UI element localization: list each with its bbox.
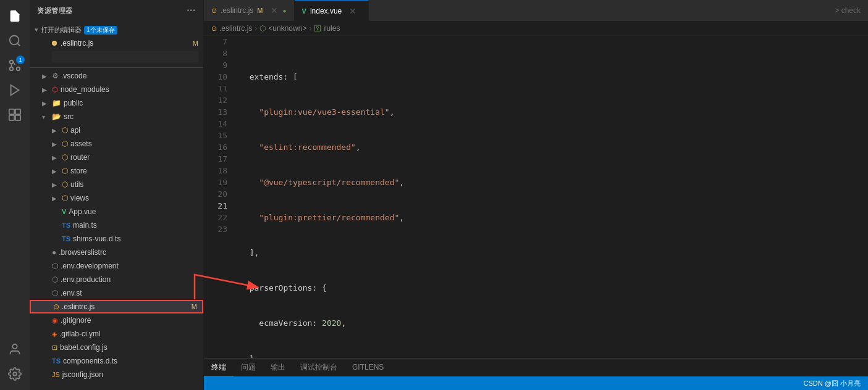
svg-point-4 xyxy=(10,67,14,71)
panel-tab-gitlens[interactable]: GITLENS xyxy=(345,359,391,376)
ln-10: 10 xyxy=(204,71,227,83)
tree-shims-vue[interactable]: TS shims-vue.d.ts xyxy=(30,232,203,246)
ln-23: 23 xyxy=(204,223,227,235)
breadcrumb-sep2: › xyxy=(309,24,311,33)
tree-public[interactable]: ▶ 📁 public xyxy=(30,96,203,110)
code-line-7: extends: [ xyxy=(235,71,868,83)
tree-jsconfig[interactable]: JS jsconfig.json xyxy=(30,368,203,381)
ln-9: 9 xyxy=(204,59,227,71)
svg-point-12 xyxy=(12,344,17,349)
tree-gitlab-ci[interactable]: ◈ .gitlab-ci.yml xyxy=(30,327,203,341)
settings-icon[interactable] xyxy=(4,363,26,385)
svg-rect-11 xyxy=(15,115,20,120)
tree-api[interactable]: ▶ ⬡ api xyxy=(30,123,203,137)
tab-eslintrc-badge: M xyxy=(257,7,263,14)
tree-browserslistrc[interactable]: ● .browserslistrc xyxy=(30,246,203,259)
tab-index-vue[interactable]: V index.vue ✕ xyxy=(295,0,369,21)
ln-7: 7 xyxy=(204,36,227,48)
eslintrc-badge: M xyxy=(192,303,197,310)
unsaved-badge: 1个未保存 xyxy=(84,26,117,35)
extensions-icon[interactable] xyxy=(4,104,26,126)
svg-rect-8 xyxy=(9,109,14,114)
panel-tab-terminal[interactable]: 终端 xyxy=(204,359,234,376)
code-content: extends: [ "plugin:vue/vue3-essential", … xyxy=(235,36,868,358)
tree-assets[interactable]: ▶ ⬡ assets xyxy=(30,137,203,151)
code-line-8: "plugin:vue/vue3-essential", xyxy=(235,106,868,118)
open-editors-section: ▾ 打开的编辑器 1个未保存 .eslintrc.js M xyxy=(30,21,203,66)
svg-rect-10 xyxy=(9,115,14,120)
tree-eslintrc[interactable]: ⊙ .eslintrc.js M xyxy=(30,300,203,313)
files-icon[interactable] xyxy=(4,5,26,27)
code-line-11: "plugin:prettier/recommended", xyxy=(235,212,868,223)
breadcrumb-sep1: › xyxy=(255,24,257,33)
code-line-10: "@vue/typescript/recommended", xyxy=(235,176,868,188)
tree-gitignore[interactable]: ◉ .gitignore xyxy=(30,313,203,327)
tree-node-modules[interactable]: ▶ ⬡ node_modules xyxy=(30,83,203,96)
activity-bar: 1 xyxy=(0,0,30,390)
ln-19: 19 xyxy=(204,176,227,188)
tree-env-st[interactable]: ⬡ .env.st xyxy=(30,286,203,300)
code-line-12: ], xyxy=(235,247,868,259)
sidebar-header: 资源管理器 ··· xyxy=(30,0,203,21)
breadcrumb-file: .eslintrc.js xyxy=(219,24,252,33)
breadcrumb-unknown: <unknown> xyxy=(268,24,306,33)
modified-badge: M xyxy=(193,39,198,47)
tree-components-d[interactable]: TS components.d.ts xyxy=(30,354,203,368)
tree-babel[interactable]: ⊡ babel.config.js xyxy=(30,341,203,354)
modified-dot xyxy=(52,41,57,46)
panel-tab-debug[interactable]: 调试控制台 xyxy=(293,359,345,376)
panel: 终端 问题 输出 调试控制台 GITLENS xyxy=(204,358,868,376)
editor-area: ⊙ .eslintrc.js M ✕ ● V index.vue ✕ > che… xyxy=(204,0,868,390)
tree-src[interactable]: ▾ 📂 src xyxy=(30,110,203,123)
sidebar-more-icon[interactable]: ··· xyxy=(187,5,196,16)
code-line-13: parserOptions: { xyxy=(235,282,868,294)
open-editors-label: 打开的编辑器 xyxy=(41,25,82,35)
panel-tab-problems[interactable]: 问题 xyxy=(234,359,263,376)
tab-spacer xyxy=(369,0,828,21)
tab-bar: ⊙ .eslintrc.js M ✕ ● V index.vue ✕ > che… xyxy=(204,0,868,22)
open-editor-eslintrc[interactable]: .eslintrc.js M xyxy=(30,36,203,50)
tree-store[interactable]: ▶ ⬡ store xyxy=(30,164,203,178)
svg-line-6 xyxy=(13,62,15,65)
thumbnail-placeholder xyxy=(52,51,198,62)
status-text: CSDN @囧 小月亮 xyxy=(804,379,861,388)
svg-rect-9 xyxy=(15,109,20,114)
panel-tab-output[interactable]: 输出 xyxy=(263,359,293,376)
svg-line-1 xyxy=(17,43,20,46)
tree-utils[interactable]: ▶ ⬡ utils xyxy=(30,178,203,191)
sidebar: 资源管理器 ··· ▾ 打开的编辑器 1个未保存 .eslintrc.js M … xyxy=(30,0,204,390)
tree-env-dev[interactable]: ⬡ .env.development xyxy=(30,259,203,273)
ln-21: 21 xyxy=(204,200,227,212)
tree-router[interactable]: ▶ ⬡ router xyxy=(30,151,203,164)
tab-eslintrc[interactable]: ⊙ .eslintrc.js M ✕ ● xyxy=(204,0,295,21)
tree-app-vue[interactable]: V App.vue xyxy=(30,205,203,218)
account-icon[interactable] xyxy=(4,338,26,360)
ln-14: 14 xyxy=(204,118,227,130)
tree-views[interactable]: ▶ ⬡ views xyxy=(30,191,203,205)
search-icon[interactable] xyxy=(4,30,26,52)
ln-22: 22 xyxy=(204,212,227,223)
git-icon[interactable]: 1 xyxy=(4,54,26,77)
ln-11: 11 xyxy=(204,83,227,94)
debug-icon[interactable] xyxy=(4,79,26,101)
ln-17: 17 xyxy=(204,153,227,165)
ln-16: 16 xyxy=(204,141,227,153)
code-editor: 7 8 9 10 11 12 13 14 15 16 17 18 19 20 2… xyxy=(204,36,868,358)
svg-point-0 xyxy=(10,36,19,45)
file-tree: ▶ ⚙ .vscode ▶ ⬡ node_modules ▶ 📁 public … xyxy=(30,69,203,390)
ln-8: 8 xyxy=(204,48,227,59)
sidebar-title: 资源管理器 xyxy=(37,6,73,15)
tree-vscode[interactable]: ▶ ⚙ .vscode xyxy=(30,69,203,83)
code-line-15: }, xyxy=(235,352,868,358)
ln-15: 15 xyxy=(204,130,227,141)
tree-env-prod[interactable]: ⬡ .env.production xyxy=(30,273,203,286)
ln-12: 12 xyxy=(204,94,227,106)
tree-main-ts[interactable]: TS main.ts xyxy=(30,218,203,232)
open-editors-title[interactable]: ▾ 打开的编辑器 1个未保存 xyxy=(30,23,203,36)
svg-point-3 xyxy=(10,60,14,64)
tab-check-area: > check xyxy=(827,0,868,21)
svg-point-13 xyxy=(13,372,17,376)
svg-marker-7 xyxy=(11,85,19,96)
code-line-14: ecmaVersion: 2020, xyxy=(235,317,868,329)
ln-18: 18 xyxy=(204,165,227,176)
